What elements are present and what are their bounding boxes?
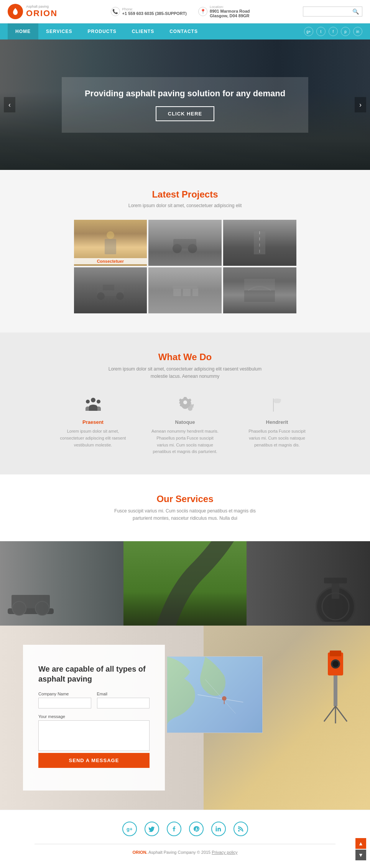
- footer-pinterest[interactable]: [189, 822, 204, 836]
- location-label: Location:: [210, 5, 250, 9]
- projects-subtitle: Lorem ipsum dolor sit amet, consectetuer…: [8, 203, 362, 208]
- nav-social-pinterest[interactable]: p: [341, 27, 350, 36]
- nav-products[interactable]: PRODUCTS: [80, 23, 124, 40]
- svg-point-19: [97, 400, 100, 404]
- footer-google-plus[interactable]: g+: [122, 822, 137, 836]
- contact-location: 📍 Location: 8901 Marmora Road Glasgow, D…: [198, 5, 250, 18]
- brand-name: ORION: [26, 8, 58, 18]
- form-row-1: Company Name Email: [38, 692, 150, 708]
- project-image-2: [148, 220, 222, 266]
- hero-next-button[interactable]: ›: [355, 97, 366, 112]
- service-hendrerit-title: Hendrerit: [243, 419, 312, 425]
- svg-rect-16: [244, 279, 275, 290]
- nav-home[interactable]: HOME: [8, 23, 38, 40]
- hero-cta-button[interactable]: CLICK HERE: [156, 106, 214, 121]
- svg-text:g+: g+: [127, 826, 133, 832]
- svg-rect-12: [183, 288, 191, 296]
- project-item-1[interactable]: Consectetuer: [74, 220, 147, 266]
- service-praesent: Praesent Lorem ipsum dolor sit amet, con…: [59, 395, 128, 455]
- project-label-1: Consectetuer: [74, 258, 147, 264]
- svg-point-20: [183, 400, 187, 404]
- scroll-buttons: ▲ ▼: [355, 838, 366, 860]
- svg-line-36: [335, 706, 347, 721]
- logo-text: Asphalt paving ORION: [26, 5, 58, 18]
- project-item-5[interactable]: [148, 267, 222, 313]
- project-item-2[interactable]: [148, 220, 222, 266]
- svg-point-4: [188, 244, 197, 253]
- footer-social-icons: g+: [12, 822, 358, 836]
- brand-top: Asphalt paving: [26, 5, 58, 8]
- nav-social-facebook[interactable]: f: [329, 27, 338, 36]
- search-input[interactable]: [306, 9, 352, 14]
- phone-number: +1 559 603 6035 (385-SUPPORT): [122, 11, 187, 16]
- project-item-3[interactable]: [223, 220, 296, 266]
- search-button[interactable]: 🔍: [352, 8, 359, 15]
- header-contact: 📞 Phone: +1 559 603 6035 (385-SUPPORT) 📍…: [58, 5, 303, 18]
- company-field-group: Company Name: [38, 692, 91, 708]
- what-we-do-section: What We Do Lorem ipsum dolor sit amet, c…: [0, 333, 370, 474]
- footer: g+: [0, 810, 370, 866]
- navbar: HOME SERVICES PRODUCTS CLIENTS CONTACTS …: [0, 23, 370, 40]
- footer-twitter[interactable]: [145, 822, 159, 836]
- svg-rect-34: [334, 675, 337, 706]
- location-icon: 📍: [198, 7, 207, 16]
- footer-copy-text: Asphalt Paving Company © 2015: [148, 850, 210, 855]
- company-input[interactable]: [38, 698, 91, 708]
- latest-projects-section: Latest Projects Lorem ipsum dolor sit am…: [0, 170, 370, 333]
- nav-clients[interactable]: CLIENTS: [124, 23, 162, 40]
- nav-services[interactable]: SERVICES: [38, 23, 80, 40]
- our-services-title: Our Services: [8, 494, 362, 504]
- service-image-1: [0, 541, 123, 626]
- svg-point-0: [107, 231, 114, 239]
- scroll-down-button[interactable]: ▼: [355, 850, 366, 860]
- hero-title: Providing asphalt paving solution for an…: [85, 89, 285, 99]
- svg-point-8: [97, 292, 105, 300]
- footer-brand: ORION.: [132, 850, 147, 855]
- svg-point-25: [35, 601, 49, 615]
- footer-divider: [35, 844, 335, 844]
- svg-rect-13: [192, 288, 198, 296]
- footer-privacy-link[interactable]: Privacy policy: [212, 850, 237, 855]
- footer-linkedin[interactable]: [211, 822, 226, 836]
- contact-form-container: We are capable of all types of asphalt p…: [23, 645, 165, 791]
- send-button[interactable]: SEND A MESSAGE: [38, 753, 150, 768]
- message-field-group: Your message: [38, 714, 150, 751]
- svg-point-43: [238, 830, 240, 832]
- service-image-2: [123, 541, 247, 626]
- gear-icon: [176, 395, 195, 415]
- location-city: Glasgow, D04 89GR: [210, 13, 250, 18]
- project-image-3: [223, 220, 296, 266]
- footer-facebook[interactable]: [167, 822, 181, 836]
- nav-contacts[interactable]: CONTACTS: [162, 23, 206, 40]
- svg-rect-15: [244, 290, 275, 302]
- svg-rect-14: [173, 286, 197, 289]
- hero-section: ‹ Providing asphalt paving solution for …: [0, 40, 370, 170]
- what-subtitle: Lorem ipsum dolor sit amet, consectetuer…: [109, 366, 262, 380]
- nav-links: HOME SERVICES PRODUCTS CLIENTS CONTACTS: [8, 23, 206, 40]
- svg-point-33: [332, 661, 339, 667]
- service-images: [0, 541, 370, 626]
- service-praesent-title: Praesent: [59, 419, 128, 425]
- project-item-6[interactable]: [223, 267, 296, 313]
- header: Asphalt paving ORION 📞 Phone: +1 559 603…: [0, 0, 370, 23]
- scroll-up-button[interactable]: ▲: [355, 838, 366, 849]
- nav-social-google[interactable]: g+: [304, 27, 313, 36]
- contact-title: We are capable of all types of asphalt p…: [38, 664, 150, 684]
- email-input[interactable]: [97, 698, 150, 708]
- services-row: Praesent Lorem ipsum dolor sit amet, con…: [51, 395, 319, 455]
- message-input[interactable]: [38, 720, 150, 751]
- project-item-4[interactable]: [74, 267, 147, 313]
- company-label: Company Name: [38, 692, 91, 696]
- projects-title: Latest Projects: [8, 189, 362, 200]
- email-field-group: Email: [97, 692, 150, 708]
- instrument: [320, 649, 351, 725]
- service-natoque-title: Natoque: [151, 419, 220, 425]
- footer-rss[interactable]: [234, 822, 248, 836]
- svg-rect-11: [173, 288, 181, 296]
- svg-point-9: [116, 292, 124, 300]
- hero-prev-button[interactable]: ‹: [4, 97, 15, 112]
- nav-social-twitter[interactable]: t: [316, 27, 326, 36]
- nav-social-linkedin[interactable]: in: [353, 27, 362, 36]
- what-title: What We Do: [8, 352, 362, 362]
- search-box[interactable]: 🔍: [303, 7, 362, 16]
